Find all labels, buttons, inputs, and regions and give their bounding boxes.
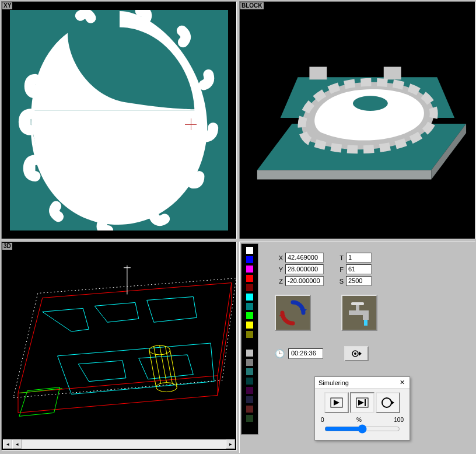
simulering-window[interactable]: Simulering ✕ [314, 376, 410, 441]
svg-point-24 [354, 352, 356, 355]
sim-scale-min: 0 [321, 417, 324, 423]
color-chip-19[interactable] [246, 424, 254, 432]
svg-line-15 [160, 345, 167, 383]
label-t: T [335, 254, 344, 261]
status-panel: X 42.469000 T 1 Y 28.000000 F 61 Z -20.0… [239, 242, 475, 453]
svg-marker-27 [334, 400, 340, 406]
field-y[interactable]: 28.000000 [285, 264, 324, 274]
svg-rect-6 [384, 67, 401, 79]
color-chip-12[interactable] [246, 358, 254, 366]
color-chip-1[interactable] [246, 256, 254, 264]
color-chip-13[interactable] [246, 368, 254, 376]
coolant-button[interactable] [341, 295, 377, 331]
viewport-block[interactable]: BLOCK [239, 1, 475, 239]
step-arrow-icon [329, 396, 344, 409]
loop-stop-icon [380, 396, 396, 409]
sim-stop-button[interactable] [376, 392, 400, 413]
color-chip-3[interactable] [246, 274, 254, 282]
record-icon [351, 350, 362, 358]
viewport-3d[interactable]: 3D ◂ ◂ ▸ [1, 242, 237, 450]
play-into-icon [355, 396, 370, 409]
scroll-track[interactable] [22, 439, 226, 449]
svg-marker-32 [391, 400, 394, 405]
simulering-title-text: Simulering [318, 379, 349, 386]
svg-point-31 [382, 398, 391, 407]
svg-marker-29 [358, 400, 364, 406]
elapsed-time-field[interactable]: 00:26:36 [288, 348, 323, 359]
label-z: Z [275, 278, 283, 285]
svg-marker-1 [257, 170, 432, 180]
color-chip-16[interactable] [246, 396, 254, 404]
svg-point-4 [353, 96, 388, 111]
spindle-direction-button[interactable] [275, 295, 311, 331]
color-chip-18[interactable] [246, 414, 254, 422]
cursor-crosshair [185, 118, 197, 130]
wireframe-render [2, 242, 236, 450]
label-y: Y [275, 266, 283, 273]
color-chip-4[interactable] [246, 284, 254, 292]
color-chip-5[interactable] [246, 293, 254, 301]
viewport-xy[interactable]: XY [1, 1, 237, 239]
coordinate-readouts: X 42.469000 T 1 Y 28.000000 F 61 Z -20.0… [275, 253, 372, 288]
field-f[interactable]: 61 [346, 264, 372, 274]
viewport-3d-scrollbar[interactable]: ◂ ◂ ▸ [3, 439, 235, 449]
scroll-right-button[interactable]: ▸ [226, 439, 235, 449]
label-s: S [335, 278, 344, 285]
color-chip-6[interactable] [246, 302, 254, 310]
sim-scale-mid: % [356, 417, 362, 423]
color-chip-7[interactable] [246, 312, 254, 320]
field-z[interactable]: -20.000000 [285, 276, 324, 286]
color-chip-15[interactable] [246, 386, 254, 394]
label-x: X [275, 254, 283, 261]
color-chip-0[interactable] [246, 246, 254, 254]
label-f: F [335, 266, 344, 273]
elapsed-time-row: 🕒 00:26:36 [275, 346, 369, 361]
svg-rect-21 [351, 302, 364, 305]
viewport-3d-label: 3D [2, 243, 12, 250]
record-button[interactable] [344, 346, 369, 361]
color-chip-2[interactable] [246, 265, 254, 273]
close-icon[interactable]: ✕ [398, 379, 406, 387]
svg-marker-25 [359, 351, 362, 356]
svg-rect-19 [363, 310, 369, 320]
color-chip-10[interactable] [246, 340, 254, 348]
color-chip-11[interactable] [246, 349, 254, 357]
svg-point-10 [156, 383, 177, 392]
scroll-left2-button[interactable]: ◂ [12, 439, 22, 449]
field-t[interactable]: 1 [346, 253, 372, 263]
color-palette [241, 243, 258, 435]
sim-step-button[interactable] [324, 392, 349, 413]
field-x[interactable]: 42.469000 [285, 253, 324, 263]
color-chip-17[interactable] [246, 405, 254, 413]
svg-marker-17 [279, 313, 286, 316]
simulering-titlebar[interactable]: Simulering ✕ [315, 377, 410, 389]
color-chip-8[interactable] [246, 321, 254, 329]
color-chip-9[interactable] [246, 330, 254, 338]
viewport-block-label: BLOCK [240, 2, 264, 9]
svg-rect-22 [364, 320, 368, 326]
sim-speed-slider[interactable] [324, 424, 400, 434]
block-3d-render [240, 2, 475, 239]
xy-background [10, 10, 228, 231]
svg-rect-5 [309, 67, 327, 79]
sim-play-button[interactable] [350, 392, 374, 413]
sim-speed-scale: 0 % 100 [318, 417, 406, 423]
color-chip-14[interactable] [246, 377, 254, 385]
faucet-icon [345, 299, 373, 327]
spindle-arrows-icon [279, 299, 307, 327]
viewport-xy-label: XY [2, 2, 12, 9]
svg-marker-16 [300, 309, 307, 313]
scroll-left-button[interactable]: ◂ [3, 439, 12, 449]
sim-scale-max: 100 [394, 417, 404, 423]
clock-icon: 🕒 [275, 349, 285, 358]
field-s[interactable]: 2500 [346, 276, 372, 286]
